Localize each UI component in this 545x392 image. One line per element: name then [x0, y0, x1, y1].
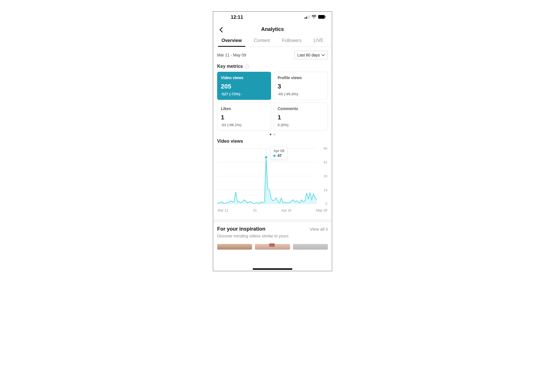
- metric-delta: -527 (-72%) ↓: [221, 92, 267, 96]
- status-time: 12:11: [219, 14, 243, 20]
- video-thumbnail[interactable]: [255, 244, 290, 250]
- x-tick: May 09: [316, 208, 327, 212]
- tooltip-dot-icon: [273, 155, 276, 157]
- y-tick: 56: [324, 146, 327, 150]
- date-range-row: Mar 11 - May 09 Last 60 days: [213, 47, 332, 62]
- key-metrics-title: Key metrics: [217, 64, 243, 69]
- status-icons: [305, 14, 326, 20]
- cellular-signal-icon: [305, 14, 310, 20]
- tooltip-date: Apr 09: [273, 149, 284, 153]
- x-tick: Apr 20: [281, 208, 291, 212]
- metric-delta: -65 (-95.6%) ↓: [278, 92, 324, 96]
- chart-title: Video views: [217, 139, 328, 144]
- pagination-dot[interactable]: [274, 134, 275, 135]
- metric-value: 1: [278, 114, 324, 121]
- tab-followers[interactable]: Followers: [278, 35, 305, 47]
- chart-tooltip: Apr 09 47: [270, 147, 287, 160]
- chevron-right-icon: [326, 227, 328, 231]
- video-thumbnail[interactable]: [217, 244, 252, 250]
- y-tick: 42: [324, 160, 327, 164]
- range-selector-label: Last 60 days: [297, 53, 320, 57]
- page-title: Analytics: [261, 26, 284, 32]
- trend-down-icon: ↓: [241, 92, 242, 96]
- chart-x-axis: Mar 11 31 Apr 20 May 09: [217, 207, 328, 212]
- view-all-label: View all: [310, 227, 324, 231]
- tab-live[interactable]: LIVE: [310, 35, 327, 47]
- metric-label: Comments: [278, 106, 324, 111]
- screen-header: Analytics: [213, 22, 332, 35]
- svg-rect-3: [309, 15, 310, 19]
- svg-rect-0: [305, 18, 305, 19]
- x-tick: Mar 11: [218, 208, 228, 212]
- inspiration-thumbnails: [217, 244, 328, 250]
- phone-frame: 12:11 Analytics Overview Content Followe…: [213, 11, 332, 271]
- tab-bar: Overview Content Followers LIVE: [213, 35, 332, 47]
- metric-value: 3: [278, 83, 324, 90]
- chevron-left-icon: [219, 27, 223, 33]
- y-tick: 28: [324, 174, 327, 178]
- status-bar: 12:11: [213, 12, 332, 22]
- metric-card-profile-views[interactable]: Profile views 3 -65 (-95.6%) ↓: [274, 72, 328, 100]
- pagination-dot[interactable]: [270, 134, 271, 135]
- chart-highlight-dot: [265, 156, 268, 159]
- trend-down-icon: ↓: [242, 123, 243, 127]
- metric-value: 1: [221, 114, 267, 121]
- y-tick: 0: [326, 202, 328, 205]
- inspiration-title: For your inspiration: [217, 226, 265, 232]
- metric-value: 205: [221, 83, 267, 90]
- metric-label: Profile views: [278, 75, 324, 80]
- svg-rect-1: [306, 17, 307, 19]
- date-range-text: Mar 11 - May 09: [217, 53, 246, 57]
- tab-overview[interactable]: Overview: [218, 35, 245, 47]
- inspiration-subtitle: Discover trending videos similar to your…: [217, 234, 328, 238]
- range-selector[interactable]: Last 60 days: [294, 51, 328, 59]
- metric-delta: -53 (-98.1%) ↓: [221, 123, 267, 127]
- metrics-grid: Video views 205 -527 (-72%) ↓ Profile vi…: [213, 72, 332, 131]
- tab-content[interactable]: Content: [251, 35, 273, 47]
- svg-rect-5: [325, 16, 326, 18]
- metric-card-comments[interactable]: Comments 1 0 (0%): [274, 103, 328, 131]
- back-button[interactable]: [217, 26, 225, 34]
- battery-icon: [318, 14, 326, 20]
- chart-wrap: 56 42 28 14 0 Apr 09 47: [217, 145, 328, 207]
- inspiration-header: For your inspiration View all: [217, 226, 328, 232]
- key-metrics-header: Key metrics i: [213, 62, 332, 72]
- chevron-down-icon: [322, 54, 325, 56]
- metric-delta: 0 (0%): [278, 123, 324, 127]
- svg-rect-2: [307, 16, 308, 19]
- wifi-icon: [311, 14, 316, 20]
- info-icon[interactable]: i: [245, 64, 249, 69]
- trend-down-icon: ↓: [299, 92, 300, 96]
- tooltip-value: 47: [277, 153, 281, 158]
- svg-rect-4: [318, 15, 325, 19]
- pagination-dots: [213, 131, 332, 136]
- inspiration-section: For your inspiration View all Discover t…: [213, 222, 332, 250]
- chart-area: [217, 157, 317, 204]
- metric-card-video-views[interactable]: Video views 205 -527 (-72%) ↓: [217, 72, 271, 100]
- view-all-button[interactable]: View all: [310, 227, 328, 231]
- metric-label: Likes: [221, 106, 267, 111]
- x-tick: 31: [253, 208, 257, 212]
- metric-label: Video views: [221, 75, 267, 80]
- section-divider: [213, 219, 332, 222]
- video-thumbnail[interactable]: [293, 244, 328, 250]
- chart-section: Video views 56 42 28 14 0: [213, 136, 332, 215]
- y-tick: 14: [324, 188, 328, 192]
- home-indicator[interactable]: [253, 268, 292, 270]
- metric-card-likes[interactable]: Likes 1 -53 (-98.1%) ↓: [217, 103, 271, 131]
